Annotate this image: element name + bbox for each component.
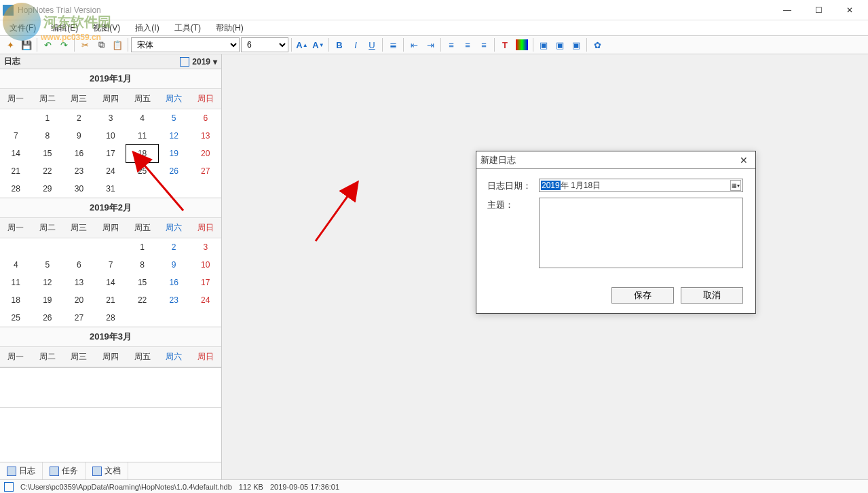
calendar-day[interactable]: 12 xyxy=(158,127,190,145)
calendar-day[interactable]: 28 xyxy=(0,180,32,198)
calendar-day[interactable]: 4 xyxy=(0,256,32,274)
paste-button[interactable]: 📋 xyxy=(110,37,125,52)
calendar-day[interactable]: 24 xyxy=(189,291,221,309)
calendar-day[interactable]: 27 xyxy=(63,309,95,327)
font-name-select[interactable]: 宋体 xyxy=(131,37,240,52)
calendar-day[interactable]: 10 xyxy=(95,127,127,145)
calendar-day[interactable]: 4 xyxy=(126,109,158,127)
calendar-day[interactable]: 5 xyxy=(32,256,64,274)
calendar-day[interactable]: 18 xyxy=(0,291,32,309)
calendar-day[interactable]: 18 xyxy=(126,144,159,163)
close-button[interactable]: ✕ xyxy=(834,0,865,20)
underline-button[interactable]: U xyxy=(364,37,379,52)
calendar-day[interactable]: 23 xyxy=(63,162,95,180)
calendar-day[interactable]: 9 xyxy=(63,127,95,145)
tab-task[interactable]: 任务 xyxy=(43,462,86,479)
insert-object-button[interactable]: ▣ xyxy=(569,37,584,52)
calendar-day[interactable]: 20 xyxy=(189,145,221,162)
italic-button[interactable]: I xyxy=(348,37,363,52)
menu-tools[interactable]: 工具(T) xyxy=(168,21,208,35)
redo-button[interactable]: ↷ xyxy=(56,37,71,52)
calendar-day[interactable]: 15 xyxy=(126,274,158,291)
insert-table-button[interactable]: ▣ xyxy=(552,37,567,52)
calendar-day[interactable]: 31 xyxy=(95,180,127,198)
bullets-button[interactable]: ≣ xyxy=(385,37,400,52)
outdent-button[interactable]: ⇤ xyxy=(407,37,421,52)
calendar-day[interactable]: 8 xyxy=(126,256,158,274)
calendar-day[interactable]: 1 xyxy=(126,238,158,256)
minimize-button[interactable]: — xyxy=(772,0,803,20)
text-color-button[interactable]: T xyxy=(497,37,512,52)
calendar-day[interactable]: 28 xyxy=(95,309,127,327)
calendar-day[interactable]: 7 xyxy=(0,127,32,145)
calendar-day[interactable]: 13 xyxy=(189,127,221,145)
calendar-day[interactable]: 5 xyxy=(158,109,190,127)
font-increase-button[interactable]: A▲ xyxy=(295,37,309,52)
menu-help[interactable]: 帮助(H) xyxy=(209,21,250,35)
indent-button[interactable]: ⇥ xyxy=(423,37,438,52)
calendar-day[interactable]: 12 xyxy=(32,274,64,291)
cancel-dialog-button[interactable]: 取消 xyxy=(681,287,743,304)
calendar-day[interactable]: 19 xyxy=(158,145,190,162)
calendar-day[interactable]: 26 xyxy=(158,162,190,180)
calendar-day[interactable]: 25 xyxy=(126,162,158,180)
settings-button[interactable]: ✿ xyxy=(590,37,605,52)
highlight-button[interactable] xyxy=(516,39,528,50)
menu-file[interactable]: 文件(F) xyxy=(3,21,43,35)
calendar-day[interactable]: 1 xyxy=(32,109,64,127)
calendar-day[interactable]: 30 xyxy=(63,180,95,198)
calendar-day[interactable]: 25 xyxy=(0,309,32,327)
tab-doc[interactable]: 文档 xyxy=(86,462,128,479)
menu-insert[interactable]: 插入(I) xyxy=(128,21,166,35)
calendar-scroll[interactable]: 2019年1月周一周二周三周四周五周六周日1234567891011121314… xyxy=(0,69,221,407)
year-selector[interactable]: 2019 ▾ xyxy=(180,57,217,67)
bold-button[interactable]: B xyxy=(332,37,347,52)
insert-image-button[interactable]: ▣ xyxy=(536,37,551,52)
calendar-day[interactable]: 24 xyxy=(95,162,127,180)
calendar-day[interactable]: 21 xyxy=(0,162,32,180)
date-input[interactable]: 2019年 1月18日 ▦▾ xyxy=(539,179,743,192)
new-button[interactable]: ✦ xyxy=(3,37,18,52)
calendar-day[interactable]: 2 xyxy=(158,238,190,256)
calendar-day[interactable]: 2 xyxy=(63,109,95,127)
calendar-day[interactable]: 13 xyxy=(63,274,95,291)
calendar-day[interactable]: 9 xyxy=(158,256,190,274)
calendar-day[interactable]: 10 xyxy=(189,256,221,274)
menu-view[interactable]: 视图(V) xyxy=(86,21,127,35)
calendar-day[interactable]: 23 xyxy=(158,291,190,309)
font-size-select[interactable]: 6 xyxy=(241,37,288,52)
calendar-day[interactable]: 7 xyxy=(95,256,127,274)
save-button[interactable]: 💾 xyxy=(19,37,34,52)
align-left-button[interactable]: ≡ xyxy=(444,37,459,52)
calendar-day[interactable]: 20 xyxy=(63,291,95,309)
undo-button[interactable]: ↶ xyxy=(40,37,55,52)
font-decrease-button[interactable]: A▼ xyxy=(311,37,326,52)
date-dropdown-button[interactable]: ▦▾ xyxy=(730,180,741,191)
calendar-day[interactable]: 26 xyxy=(32,309,64,327)
align-center-button[interactable]: ≡ xyxy=(460,37,475,52)
calendar-day[interactable]: 14 xyxy=(95,274,127,291)
menu-edit[interactable]: 编辑(E) xyxy=(44,21,85,35)
calendar-day[interactable]: 17 xyxy=(95,145,127,162)
cut-button[interactable]: ✂ xyxy=(77,37,92,52)
save-dialog-button[interactable]: 保存 xyxy=(611,287,674,304)
calendar-day[interactable]: 22 xyxy=(32,162,64,180)
align-right-button[interactable]: ≡ xyxy=(476,37,491,52)
calendar-day[interactable]: 16 xyxy=(158,274,190,291)
calendar-day[interactable]: 21 xyxy=(95,291,127,309)
tab-diary[interactable]: 日志 xyxy=(0,462,43,479)
calendar-day[interactable]: 16 xyxy=(63,145,95,162)
calendar-day[interactable]: 11 xyxy=(0,274,32,291)
calendar-day[interactable]: 15 xyxy=(32,145,64,162)
calendar-day[interactable]: 8 xyxy=(32,127,64,145)
calendar-day[interactable]: 6 xyxy=(63,256,95,274)
subject-input[interactable] xyxy=(539,198,743,268)
calendar-day[interactable]: 29 xyxy=(32,180,64,198)
calendar-day[interactable]: 17 xyxy=(189,274,221,291)
calendar-day[interactable]: 14 xyxy=(0,145,32,162)
calendar-day[interactable]: 22 xyxy=(126,291,158,309)
calendar-day[interactable]: 3 xyxy=(95,109,127,127)
calendar-day[interactable]: 19 xyxy=(32,291,64,309)
copy-button[interactable]: ⧉ xyxy=(94,37,109,52)
maximize-button[interactable]: ☐ xyxy=(803,0,834,20)
